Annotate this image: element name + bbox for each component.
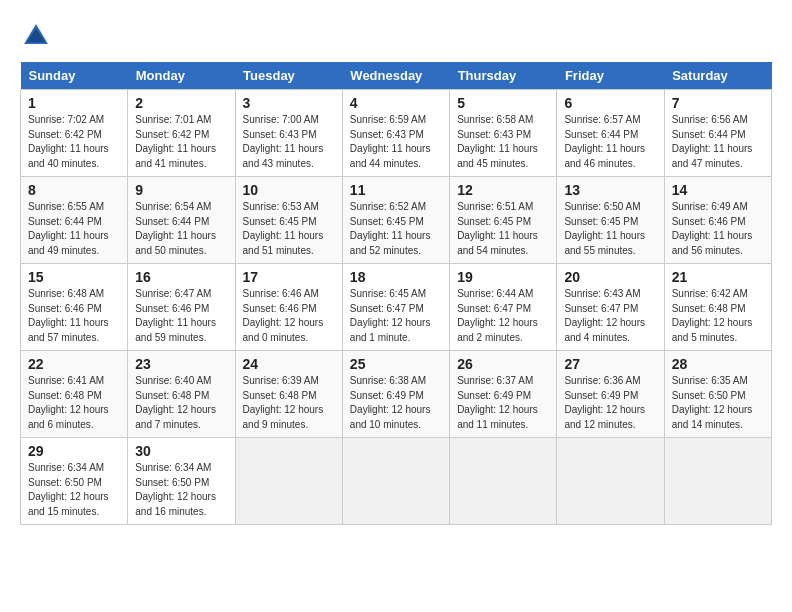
- day-cell: 11Sunrise: 6:52 AM Sunset: 6:45 PM Dayli…: [342, 177, 449, 264]
- day-info: Sunrise: 6:55 AM Sunset: 6:44 PM Dayligh…: [28, 200, 120, 258]
- day-number: 21: [672, 269, 764, 285]
- day-number: 3: [243, 95, 335, 111]
- day-cell: 4Sunrise: 6:59 AM Sunset: 6:43 PM Daylig…: [342, 90, 449, 177]
- day-number: 15: [28, 269, 120, 285]
- day-cell: 13Sunrise: 6:50 AM Sunset: 6:45 PM Dayli…: [557, 177, 664, 264]
- day-info: Sunrise: 6:56 AM Sunset: 6:44 PM Dayligh…: [672, 113, 764, 171]
- day-info: Sunrise: 6:43 AM Sunset: 6:47 PM Dayligh…: [564, 287, 656, 345]
- day-info: Sunrise: 6:38 AM Sunset: 6:49 PM Dayligh…: [350, 374, 442, 432]
- day-info: Sunrise: 6:35 AM Sunset: 6:50 PM Dayligh…: [672, 374, 764, 432]
- day-number: 11: [350, 182, 442, 198]
- day-cell: 22Sunrise: 6:41 AM Sunset: 6:48 PM Dayli…: [21, 351, 128, 438]
- day-info: Sunrise: 6:34 AM Sunset: 6:50 PM Dayligh…: [28, 461, 120, 519]
- day-cell: 12Sunrise: 6:51 AM Sunset: 6:45 PM Dayli…: [450, 177, 557, 264]
- day-cell: [342, 438, 449, 525]
- day-number: 16: [135, 269, 227, 285]
- day-cell: 15Sunrise: 6:48 AM Sunset: 6:46 PM Dayli…: [21, 264, 128, 351]
- day-number: 25: [350, 356, 442, 372]
- day-number: 17: [243, 269, 335, 285]
- day-info: Sunrise: 6:39 AM Sunset: 6:48 PM Dayligh…: [243, 374, 335, 432]
- day-cell: 26Sunrise: 6:37 AM Sunset: 6:49 PM Dayli…: [450, 351, 557, 438]
- day-cell: 6Sunrise: 6:57 AM Sunset: 6:44 PM Daylig…: [557, 90, 664, 177]
- day-info: Sunrise: 6:42 AM Sunset: 6:48 PM Dayligh…: [672, 287, 764, 345]
- week-row-1: 8Sunrise: 6:55 AM Sunset: 6:44 PM Daylig…: [21, 177, 772, 264]
- day-info: Sunrise: 6:45 AM Sunset: 6:47 PM Dayligh…: [350, 287, 442, 345]
- day-info: Sunrise: 6:59 AM Sunset: 6:43 PM Dayligh…: [350, 113, 442, 171]
- day-info: Sunrise: 6:57 AM Sunset: 6:44 PM Dayligh…: [564, 113, 656, 171]
- day-number: 22: [28, 356, 120, 372]
- day-cell: 23Sunrise: 6:40 AM Sunset: 6:48 PM Dayli…: [128, 351, 235, 438]
- logo-icon: [20, 20, 52, 52]
- day-info: Sunrise: 6:51 AM Sunset: 6:45 PM Dayligh…: [457, 200, 549, 258]
- day-cell: 29Sunrise: 6:34 AM Sunset: 6:50 PM Dayli…: [21, 438, 128, 525]
- day-cell: 19Sunrise: 6:44 AM Sunset: 6:47 PM Dayli…: [450, 264, 557, 351]
- day-info: Sunrise: 6:49 AM Sunset: 6:46 PM Dayligh…: [672, 200, 764, 258]
- day-number: 8: [28, 182, 120, 198]
- day-info: Sunrise: 6:47 AM Sunset: 6:46 PM Dayligh…: [135, 287, 227, 345]
- day-info: Sunrise: 6:40 AM Sunset: 6:48 PM Dayligh…: [135, 374, 227, 432]
- day-cell: [450, 438, 557, 525]
- col-header-friday: Friday: [557, 62, 664, 90]
- day-number: 7: [672, 95, 764, 111]
- day-cell: [235, 438, 342, 525]
- col-header-wednesday: Wednesday: [342, 62, 449, 90]
- day-number: 9: [135, 182, 227, 198]
- day-cell: 16Sunrise: 6:47 AM Sunset: 6:46 PM Dayli…: [128, 264, 235, 351]
- col-header-tuesday: Tuesday: [235, 62, 342, 90]
- day-number: 18: [350, 269, 442, 285]
- day-info: Sunrise: 6:41 AM Sunset: 6:48 PM Dayligh…: [28, 374, 120, 432]
- day-cell: 28Sunrise: 6:35 AM Sunset: 6:50 PM Dayli…: [664, 351, 771, 438]
- day-number: 24: [243, 356, 335, 372]
- day-info: Sunrise: 6:44 AM Sunset: 6:47 PM Dayligh…: [457, 287, 549, 345]
- day-number: 4: [350, 95, 442, 111]
- logo: [20, 20, 56, 52]
- day-cell: 18Sunrise: 6:45 AM Sunset: 6:47 PM Dayli…: [342, 264, 449, 351]
- day-cell: 9Sunrise: 6:54 AM Sunset: 6:44 PM Daylig…: [128, 177, 235, 264]
- day-info: Sunrise: 6:36 AM Sunset: 6:49 PM Dayligh…: [564, 374, 656, 432]
- day-cell: 25Sunrise: 6:38 AM Sunset: 6:49 PM Dayli…: [342, 351, 449, 438]
- day-cell: 20Sunrise: 6:43 AM Sunset: 6:47 PM Dayli…: [557, 264, 664, 351]
- day-cell: 5Sunrise: 6:58 AM Sunset: 6:43 PM Daylig…: [450, 90, 557, 177]
- day-number: 23: [135, 356, 227, 372]
- col-header-thursday: Thursday: [450, 62, 557, 90]
- day-info: Sunrise: 6:58 AM Sunset: 6:43 PM Dayligh…: [457, 113, 549, 171]
- day-cell: 30Sunrise: 6:34 AM Sunset: 6:50 PM Dayli…: [128, 438, 235, 525]
- day-info: Sunrise: 7:01 AM Sunset: 6:42 PM Dayligh…: [135, 113, 227, 171]
- day-number: 20: [564, 269, 656, 285]
- day-number: 29: [28, 443, 120, 459]
- page-header: [20, 20, 772, 52]
- week-row-0: 1Sunrise: 7:02 AM Sunset: 6:42 PM Daylig…: [21, 90, 772, 177]
- week-row-3: 22Sunrise: 6:41 AM Sunset: 6:48 PM Dayli…: [21, 351, 772, 438]
- day-cell: 10Sunrise: 6:53 AM Sunset: 6:45 PM Dayli…: [235, 177, 342, 264]
- day-cell: 8Sunrise: 6:55 AM Sunset: 6:44 PM Daylig…: [21, 177, 128, 264]
- day-number: 19: [457, 269, 549, 285]
- calendar-table: SundayMondayTuesdayWednesdayThursdayFrid…: [20, 62, 772, 525]
- day-cell: [557, 438, 664, 525]
- col-header-monday: Monday: [128, 62, 235, 90]
- day-number: 10: [243, 182, 335, 198]
- week-row-4: 29Sunrise: 6:34 AM Sunset: 6:50 PM Dayli…: [21, 438, 772, 525]
- day-info: Sunrise: 6:46 AM Sunset: 6:46 PM Dayligh…: [243, 287, 335, 345]
- day-cell: 7Sunrise: 6:56 AM Sunset: 6:44 PM Daylig…: [664, 90, 771, 177]
- day-info: Sunrise: 6:50 AM Sunset: 6:45 PM Dayligh…: [564, 200, 656, 258]
- col-header-sunday: Sunday: [21, 62, 128, 90]
- day-info: Sunrise: 6:48 AM Sunset: 6:46 PM Dayligh…: [28, 287, 120, 345]
- calendar-header-row: SundayMondayTuesdayWednesdayThursdayFrid…: [21, 62, 772, 90]
- day-number: 30: [135, 443, 227, 459]
- day-number: 14: [672, 182, 764, 198]
- day-number: 1: [28, 95, 120, 111]
- day-number: 12: [457, 182, 549, 198]
- day-cell: 1Sunrise: 7:02 AM Sunset: 6:42 PM Daylig…: [21, 90, 128, 177]
- day-cell: 14Sunrise: 6:49 AM Sunset: 6:46 PM Dayli…: [664, 177, 771, 264]
- day-cell: 2Sunrise: 7:01 AM Sunset: 6:42 PM Daylig…: [128, 90, 235, 177]
- col-header-saturday: Saturday: [664, 62, 771, 90]
- day-number: 6: [564, 95, 656, 111]
- day-number: 2: [135, 95, 227, 111]
- day-number: 28: [672, 356, 764, 372]
- day-cell: 24Sunrise: 6:39 AM Sunset: 6:48 PM Dayli…: [235, 351, 342, 438]
- day-number: 13: [564, 182, 656, 198]
- day-cell: 21Sunrise: 6:42 AM Sunset: 6:48 PM Dayli…: [664, 264, 771, 351]
- day-info: Sunrise: 6:52 AM Sunset: 6:45 PM Dayligh…: [350, 200, 442, 258]
- day-info: Sunrise: 6:54 AM Sunset: 6:44 PM Dayligh…: [135, 200, 227, 258]
- week-row-2: 15Sunrise: 6:48 AM Sunset: 6:46 PM Dayli…: [21, 264, 772, 351]
